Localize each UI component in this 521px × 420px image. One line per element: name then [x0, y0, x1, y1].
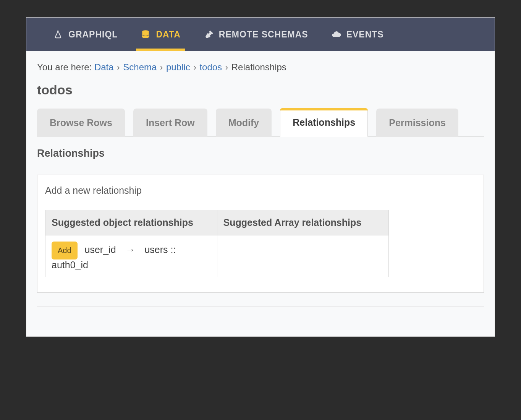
tab-modify[interactable]: Modify — [216, 109, 272, 137]
app-window: GRAPHIQL DATA REMOTE SCHEMAS EVENTS You … — [26, 17, 495, 337]
tab-insert-row[interactable]: Insert Row — [133, 109, 207, 137]
nav-label: REMOTE SCHEMAS — [219, 29, 308, 40]
flask-icon — [53, 29, 63, 39]
nav-label: EVENTS — [346, 29, 384, 40]
nav-label: DATA — [156, 29, 180, 40]
nav-item-graphiql[interactable]: GRAPHIQL — [42, 18, 129, 51]
breadcrumb-sep: › — [160, 63, 163, 72]
table-row: Add user_id → users :: auth0_id — [45, 235, 389, 277]
tab-relationships[interactable]: Relationships — [280, 108, 368, 137]
tab-browse-rows[interactable]: Browse Rows — [37, 109, 125, 137]
section-title: Relationships — [37, 148, 484, 159]
nav-item-data[interactable]: DATA — [129, 18, 192, 51]
tabs: Browse Rows Insert Row Modify Relationsh… — [37, 108, 484, 137]
svg-point-1 — [142, 35, 149, 38]
content-area: You are here: Data › Schema › public › t… — [26, 51, 495, 336]
top-nav: GRAPHIQL DATA REMOTE SCHEMAS EVENTS — [26, 18, 495, 51]
breadcrumb: You are here: Data › Schema › public › t… — [37, 62, 484, 73]
arrow-right-icon: → — [126, 244, 135, 255]
col-header-object: Suggested object relationships — [45, 210, 217, 235]
breadcrumb-link-data[interactable]: Data — [94, 62, 114, 72]
array-rel-cell — [217, 235, 389, 277]
nav-item-events[interactable]: EVENTS — [320, 18, 395, 51]
from-column: user_id — [85, 244, 116, 255]
add-button[interactable]: Add — [52, 242, 78, 259]
breadcrumb-sep: › — [117, 63, 120, 72]
card-heading: Add a new relationship — [45, 185, 476, 196]
divider — [37, 306, 484, 307]
page-title: todos — [37, 83, 484, 97]
plug-icon — [204, 29, 214, 39]
breadcrumb-link-public[interactable]: public — [166, 62, 190, 72]
breadcrumb-sep: › — [225, 63, 228, 72]
nav-item-remote-schemas[interactable]: REMOTE SCHEMAS — [192, 18, 320, 51]
tab-permissions[interactable]: Permissions — [376, 109, 458, 137]
breadcrumb-prefix: You are here: — [37, 62, 94, 72]
breadcrumb-sep: › — [193, 63, 196, 72]
object-rel-cell: Add user_id → users :: auth0_id — [45, 235, 217, 277]
suggested-relationships-table: Suggested object relationships Suggested… — [45, 210, 389, 277]
breadcrumb-link-todos[interactable]: todos — [199, 62, 222, 72]
relationships-section: Relationships Add a new relationship Sug… — [37, 137, 484, 307]
database-icon — [141, 29, 150, 39]
breadcrumb-link-schema[interactable]: Schema — [123, 62, 157, 72]
add-relationship-card: Add a new relationship Suggested object … — [37, 175, 484, 293]
breadcrumb-current: Relationships — [231, 62, 286, 72]
cloud-icon — [331, 29, 341, 39]
nav-label: GRAPHIQL — [68, 29, 118, 40]
col-header-array: Suggested Array relationships — [217, 210, 389, 235]
